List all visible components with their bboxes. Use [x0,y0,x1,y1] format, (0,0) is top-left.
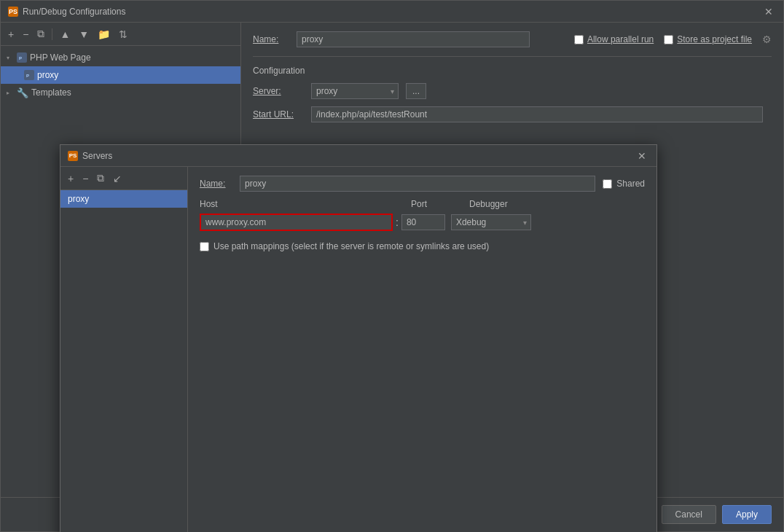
php-item-icon: P [24,70,34,80]
servers-dialog-title: Servers [82,151,112,161]
app-icon: PS [8,7,18,17]
server-label: Server: [253,86,304,96]
title-bar-left: PS Run/Debug Configurations [8,7,125,17]
store-as-project-file-checkbox[interactable] [664,35,673,44]
debugger-label: Debugger [469,199,508,209]
name-row: Name: Allow parallel run Store as projec… [253,31,772,47]
server-more-button[interactable]: ... [406,83,426,99]
host-input[interactable] [200,214,393,231]
port-input[interactable] [401,214,445,230]
left-toolbar: + − ⧉ ▲ ▼ 📁 ⇅ [1,23,240,46]
copy-config-button[interactable]: ⧉ [34,26,47,42]
close-button[interactable]: ✕ [761,6,776,17]
host-section: Host Port Debugger : Xdebug Zend Debugge… [200,199,645,231]
cancel-button[interactable]: Cancel [662,505,716,524]
colon-separator: : [393,216,401,228]
servers-title-bar: PS Servers ✕ [60,145,656,167]
servers-toolbar: + − ⧉ ↙ [60,167,187,190]
sort-button[interactable]: ⇅ [116,27,130,42]
tree-node-templates[interactable]: ▸ 🔧 Templates [1,84,240,101]
store-as-project-file-label: Store as project file [677,34,752,44]
name-field-label: Name: [253,34,289,44]
path-mapping-label: Use path mappings (select if the server … [213,241,489,251]
allow-parallel-run-checkbox[interactable] [574,35,584,44]
configuration-section: Configuration Server: proxy ▾ ... Start … [253,56,772,130]
move-down-button[interactable]: ▼ [76,27,92,42]
add-server-button[interactable]: + [65,171,77,186]
servers-left: + − ⧉ ↙ proxy [60,167,188,532]
server-row: Server: proxy ▾ ... [253,83,772,99]
svg-text:P: P [26,74,29,78]
port-label: Port [411,199,469,209]
folder-icon: 🔧 [17,87,28,98]
host-inputs-row: : Xdebug Zend Debugger ▾ [200,214,645,231]
server-select-wrapper: proxy ▾ [311,83,399,99]
servers-list: proxy [60,190,187,532]
tree-node-php-web-page[interactable]: ▾ P PHP Web Page [1,49,240,66]
templates-label: Templates [31,87,71,98]
shared-checkbox[interactable] [603,179,612,189]
servers-app-icon: PS [68,151,78,161]
tree-item-proxy[interactable]: P proxy [1,66,240,84]
start-url-row: Start URL: [253,106,772,122]
server-name-input[interactable] [240,176,595,192]
php-icon: P [17,52,27,63]
start-url-input[interactable] [311,106,763,122]
remove-config-button[interactable]: − [20,27,31,42]
move-up-button[interactable]: ▲ [57,27,73,42]
path-mapping-checkbox[interactable] [200,242,209,251]
store-as-project-file-checkbox-row: Store as project file [664,34,752,44]
debugger-select-wrapper: Xdebug Zend Debugger ▾ [451,214,531,230]
allow-parallel-run-label: Allow parallel run [587,34,654,44]
chevron-down-icon: ▾ [7,55,14,61]
folder-button[interactable]: 📁 [95,27,113,42]
import-server-button[interactable]: ↙ [110,171,125,186]
debugger-select[interactable]: Xdebug Zend Debugger [451,214,531,230]
server-name-label: Name: [200,179,232,189]
servers-body: + − ⧉ ↙ proxy Name: Shared [60,167,656,532]
server-name-row: Name: Shared [200,176,645,192]
section-title: Configuration [253,66,772,76]
servers-dialog: PS Servers ✕ + − ⧉ ↙ proxy N [60,144,657,532]
path-mapping-row: Use path mappings (select if the server … [200,241,645,251]
start-url-label: Start URL: [253,109,304,120]
server-select[interactable]: proxy [311,83,399,99]
apply-button[interactable]: Apply [722,505,772,524]
copy-server-button[interactable]: ⧉ [94,171,107,186]
remove-server-button[interactable]: − [79,171,91,186]
tree-node-label: PHP Web Page [30,52,91,63]
dialog-title: Run/Debug Configurations [23,7,125,17]
chevron-right-icon: ▸ [7,90,14,96]
servers-right: Name: Shared Host Port Debugger : [188,167,656,532]
gear-icon[interactable]: ⚙ [762,34,772,45]
name-input[interactable] [297,31,530,47]
allow-parallel-run-checkbox-row: Allow parallel run [574,34,654,44]
host-label: Host [200,199,396,209]
shared-row: Shared [603,179,645,189]
separator [52,28,52,40]
add-config-button[interactable]: + [5,27,17,42]
shared-label: Shared [616,179,645,189]
title-bar: PS Run/Debug Configurations ✕ [1,1,783,23]
right-options: Allow parallel run Store as project file… [574,34,772,45]
server-list-item-proxy[interactable]: proxy [60,190,187,208]
servers-close-button[interactable]: ✕ [635,150,649,162]
servers-title-left: PS Servers [68,151,112,161]
tree-item-label: proxy [37,70,58,80]
servers-content-area [200,259,645,532]
svg-text:P: P [19,56,22,60]
host-labels-row: Host Port Debugger [200,199,645,209]
